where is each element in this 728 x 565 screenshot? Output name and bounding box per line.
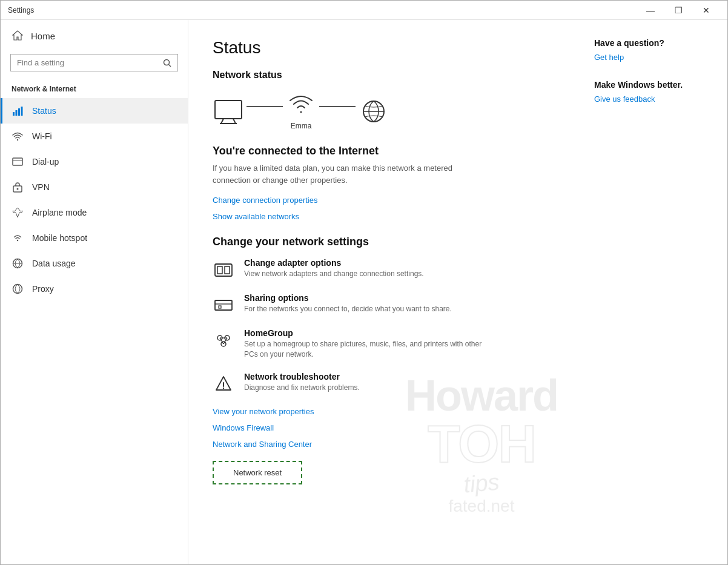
- vpn-icon: [12, 181, 24, 193]
- sidebar-item-label: Status: [32, 106, 56, 116]
- airplane-icon: [12, 207, 24, 219]
- svg-line-14: [221, 119, 223, 124]
- homegroup-desc: Set up a homegroup to share pictures, mu…: [244, 339, 486, 360]
- window-controls: — ❐ ✕: [637, 1, 720, 20]
- proxy-icon: [12, 283, 24, 295]
- homegroup-icon: [213, 329, 234, 351]
- sidebar-home[interactable]: Home: [1, 22, 188, 49]
- feedback-section: Make Windows better. Give us feedback: [594, 80, 715, 104]
- windows-firewall-link[interactable]: Windows Firewall: [213, 423, 558, 432]
- sidebar: Home Network & Internet: [1, 20, 188, 564]
- home-icon: [12, 30, 24, 42]
- sidebar-item-dialup[interactable]: Dial-up: [1, 149, 188, 174]
- change-connection-link[interactable]: Change connection properties: [213, 196, 558, 205]
- home-label: Home: [31, 31, 55, 41]
- wifi-icon: [12, 130, 24, 142]
- change-adapter-item[interactable]: Change adapter options View network adap…: [213, 258, 558, 281]
- svg-point-32: [223, 387, 224, 388]
- window-title: Settings: [8, 6, 637, 15]
- sharing-icon: [213, 294, 234, 316]
- svg-line-15: [233, 119, 236, 124]
- sidebar-item-proxy[interactable]: Proxy: [1, 276, 188, 302]
- troubleshooter-desc: Diagnose and fix network problems.: [244, 383, 360, 393]
- computer-icon-wrap: [213, 98, 244, 125]
- line2: [319, 106, 356, 107]
- search-input[interactable]: [11, 55, 157, 71]
- data-icon: [12, 257, 24, 269]
- svg-rect-21: [225, 266, 230, 274]
- connected-desc: If you have a limited data plan, you can…: [213, 162, 467, 186]
- help-section: Have a question? Get help: [594, 38, 715, 62]
- sidebar-item-label: VPN: [32, 182, 50, 192]
- svg-rect-5: [21, 107, 23, 116]
- sidebar-item-label: Data usage: [32, 259, 76, 268]
- get-help-link[interactable]: Get help: [594, 53, 715, 62]
- sidebar-item-hotspot[interactable]: Mobile hotspot: [1, 225, 188, 251]
- sidebar-item-label: Dial-up: [32, 157, 59, 167]
- adapter-desc: View network adapters and change connect…: [244, 269, 424, 279]
- settings-window: Settings — ❐ ✕ Home: [0, 0, 728, 565]
- dialup-icon: [12, 156, 24, 168]
- wifi-network-icon-wrap: Emma: [285, 93, 317, 130]
- homegroup-title: HomeGroup: [244, 328, 486, 338]
- adapter-title: Change adapter options: [244, 258, 424, 268]
- troubleshooter-item[interactable]: Network troubleshooter Diagnose and fix …: [213, 372, 558, 395]
- sharing-desc: For the networks you connect to, decide …: [244, 304, 452, 314]
- hotspot-icon: [12, 232, 24, 244]
- sidebar-item-label: Proxy: [32, 284, 54, 294]
- network-status-title: Network status: [213, 70, 558, 81]
- wifi-network-icon: [285, 93, 317, 119]
- sidebar-item-vpn[interactable]: VPN: [1, 174, 188, 200]
- right-panel: Have a question? Get help Make Windows b…: [582, 20, 727, 564]
- page-title: Status: [213, 38, 558, 58]
- main-content: Status Network status: [188, 20, 582, 564]
- show-networks-link[interactable]: Show available networks: [213, 212, 558, 221]
- homegroup-item[interactable]: HomeGroup Set up a homegroup to share pi…: [213, 328, 558, 360]
- have-question-text: Have a question?: [594, 38, 715, 48]
- svg-rect-2: [13, 112, 15, 116]
- svg-point-12: [13, 285, 22, 294]
- adapter-icon: [213, 259, 234, 281]
- line1: [247, 106, 283, 107]
- svg-rect-6: [13, 158, 22, 165]
- sidebar-item-airplane[interactable]: Airplane mode: [1, 200, 188, 225]
- sidebar-section-title: Network & Internet: [1, 81, 188, 98]
- troubleshooter-icon: [213, 373, 234, 395]
- change-settings-title: Change your network settings: [213, 236, 558, 248]
- computer-icon: [213, 98, 244, 125]
- svg-point-0: [164, 59, 170, 65]
- close-button[interactable]: ✕: [692, 1, 720, 20]
- make-windows-text: Make Windows better.: [594, 80, 715, 90]
- maximize-button[interactable]: ❐: [664, 1, 692, 20]
- svg-rect-13: [215, 101, 242, 119]
- sharing-options-item[interactable]: Sharing options For the networks you con…: [213, 293, 558, 316]
- search-box: [10, 54, 178, 71]
- svg-rect-22: [215, 300, 232, 310]
- view-network-properties-link[interactable]: View your network properties: [213, 407, 558, 416]
- svg-rect-20: [217, 266, 222, 274]
- sidebar-item-wifi[interactable]: Wi-Fi: [1, 124, 188, 149]
- sidebar-item-label: Airplane mode: [32, 208, 87, 217]
- search-button[interactable]: [157, 55, 177, 71]
- sidebar-item-label: Mobile hotspot: [32, 233, 87, 243]
- svg-rect-24: [219, 306, 221, 308]
- network-diagram: Emma: [213, 93, 558, 130]
- svg-line-1: [169, 64, 171, 67]
- status-icon: [12, 105, 24, 117]
- svg-rect-4: [18, 108, 20, 116]
- watermark-line4: fated.net: [405, 497, 558, 516]
- globe-icon: [358, 98, 389, 125]
- network-reset-button[interactable]: Network reset: [213, 461, 302, 484]
- minimize-button[interactable]: —: [637, 1, 664, 20]
- sidebar-item-label: Wi-Fi: [32, 131, 52, 141]
- sidebar-item-status[interactable]: Status: [1, 98, 188, 124]
- sharing-title: Sharing options: [244, 293, 452, 303]
- watermark-line3: tips: [405, 464, 559, 503]
- title-bar: Settings — ❐ ✕: [1, 1, 727, 20]
- svg-rect-3: [16, 110, 18, 116]
- connected-text: You're connected to the Internet: [213, 145, 558, 157]
- sidebar-item-data[interactable]: Data usage: [1, 251, 188, 276]
- troubleshooter-title: Network troubleshooter: [244, 372, 360, 382]
- give-feedback-link[interactable]: Give us feedback: [594, 94, 715, 104]
- network-sharing-center-link[interactable]: Network and Sharing Center: [213, 440, 558, 449]
